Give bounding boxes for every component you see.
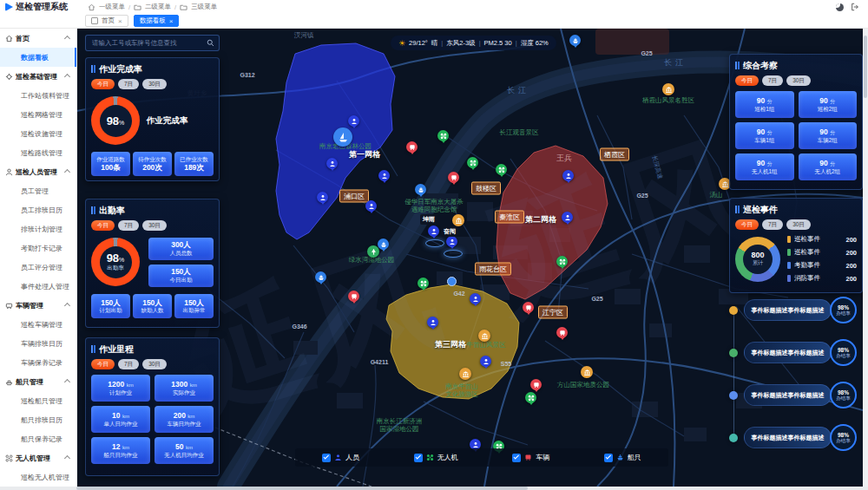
sidebar-item-drone-mgmt[interactable]: 巡检无人机管理 [0,467,76,487]
vertical-scrollbar[interactable] [863,29,868,487]
boat-marker[interactable] [315,271,326,283]
checkbox-checked[interactable] [604,454,613,462]
sidebar-item-dashboard[interactable]: 数据看板 [0,48,76,67]
event-item[interactable]: 事件标题描述事件标题描述 [744,427,832,448]
drone-marker[interactable] [437,130,449,141]
sidebar-item-employee-mgmt[interactable]: 员工管理 [0,181,76,200]
location-dot-marker[interactable] [447,277,457,286]
sidebar-item-route-mgmt[interactable]: 巡检路线管理 [0,143,76,162]
vehicle-marker[interactable] [556,327,568,338]
sidebar-item-facility-mgmt[interactable]: 巡检设施管理 [0,124,76,143]
boat-marker[interactable] [569,35,581,46]
breadcrumb-level2[interactable]: 二级菜单 [145,3,171,11]
drone-marker[interactable] [467,157,478,168]
sidebar-item-attendance-record[interactable]: 考勤打卡记录 [0,238,76,258]
person-marker[interactable] [427,317,438,328]
tab-30days[interactable]: 30日 [142,220,167,231]
vehicle-marker[interactable] [406,141,418,153]
person-marker[interactable] [562,212,573,223]
person-marker[interactable] [480,356,491,367]
boat-marker[interactable] [415,184,426,195]
person-marker[interactable] [365,200,377,212]
search-icon[interactable] [207,39,214,47]
tab-today[interactable]: 今日 [735,219,759,230]
tab-7days[interactable]: 7日 [118,359,139,369]
sidebar-item-vehicle-schedule[interactable]: 车辆排班日历 [0,334,76,353]
layer-toggle-vehicle[interactable]: 车辆 [512,453,549,462]
map-view[interactable]: 延风 延风 第一网格 第二网格 第三网格 浦口区 鼓楼区 栖霞区 秦淮区 雨花台… [76,29,863,487]
breadcrumb-level1[interactable]: 一级菜单 [99,3,125,11]
person-marker[interactable] [470,293,481,304]
theme-toggle-moon-icon[interactable] [836,3,844,11]
sidebar-item-ship-schedule[interactable]: 船只排班日历 [0,410,76,429]
person-marker[interactable] [326,158,338,169]
checkbox-checked[interactable] [414,454,423,462]
tracked-person-marker[interactable] [446,236,457,247]
sidebar-group-home[interactable]: 首页 [0,29,76,48]
sidebar-group-vehicle[interactable]: 车辆管理 [0,296,76,315]
building-marker[interactable] [452,214,464,226]
sidebar-item-event-handler[interactable]: 事件处理人管理 [0,277,76,296]
tab-30days[interactable]: 30日 [142,359,167,369]
sidebar-group-ship[interactable]: 船只管理 [0,372,76,391]
person-marker[interactable] [562,170,574,181]
tracked-person-marker[interactable] [428,225,439,237]
checkbox-checked[interactable] [322,454,331,462]
event-item[interactable]: 事件标题描述事件标题描述 [744,384,832,406]
vehicle-marker[interactable] [448,172,459,183]
sidebar-item-workstation[interactable]: 工作站领料管理 [0,86,76,105]
tab-today[interactable]: 今日 [91,220,115,231]
sidebar-item-employee-score[interactable]: 员工评分管理 [0,258,76,277]
sidebar-item-vehicle-mgmt[interactable]: 巡检车辆管理 [0,315,76,334]
scrollbar-thumb[interactable] [76,487,528,490]
vehicle-marker[interactable] [348,291,359,302]
drone-marker[interactable] [418,278,429,289]
building-marker[interactable] [662,83,674,95]
scrollbar-thumb[interactable] [864,36,867,98]
tab-30days[interactable]: 30日 [786,75,811,86]
tab-today[interactable]: 今日 [91,79,115,89]
boat-marker[interactable] [378,238,389,250]
building-marker[interactable] [581,366,593,378]
horizontal-scrollbar[interactable] [0,487,868,490]
vehicle-marker[interactable] [530,379,542,390]
person-marker[interactable] [348,115,359,127]
layer-toggle-person[interactable]: 人员 [322,453,359,462]
close-icon[interactable]: × [169,17,174,25]
tab-7days[interactable]: 7日 [118,220,139,231]
vehicle-marker[interactable] [523,302,534,313]
person-marker[interactable] [378,170,390,181]
checkbox-checked[interactable] [512,454,521,462]
tab-7days[interactable]: 7日 [118,79,139,89]
sidebar-item-shift-plan[interactable]: 排班计划管理 [0,219,76,238]
tab-dashboard[interactable]: 数据看板 × [134,15,180,27]
tab-7days[interactable]: 7日 [762,75,783,86]
sidebar-item-vehicle-maintenance[interactable]: 车辆保养记录 [0,353,76,372]
building-marker[interactable] [459,368,471,380]
layer-toggle-boat[interactable]: 船只 [604,453,641,462]
boat-station-marker[interactable] [333,127,352,147]
tab-today[interactable]: 今日 [735,75,759,86]
tab-30days[interactable]: 30日 [786,219,811,230]
layer-toggle-drone[interactable]: 无人机 [414,453,458,462]
sidebar-group-base-mgmt[interactable]: 巡检基础管理 [0,67,76,86]
drone-marker[interactable] [556,256,568,267]
tab-30days[interactable]: 30日 [142,79,167,89]
sidebar-item-ship-mgmt[interactable]: 巡检船只管理 [0,391,76,410]
park-marker[interactable] [367,245,379,258]
sidebar-item-employee-schedule[interactable]: 员工排班日历 [0,200,76,219]
person-marker[interactable] [317,192,328,203]
logout-icon[interactable] [851,3,859,11]
tab-today[interactable]: 今日 [91,359,115,369]
close-icon[interactable]: × [118,17,122,25]
sidebar-group-personnel[interactable]: 巡检人员管理 [0,162,76,181]
tab-home[interactable]: 首页 × [85,15,128,27]
search-input[interactable] [90,38,207,48]
drone-marker[interactable] [496,164,507,175]
sidebar-item-ship-maintenance[interactable]: 船只保养记录 [0,429,76,448]
sidebar-group-drone[interactable]: 无人机管理 [0,448,76,467]
tab-7days[interactable]: 7日 [762,219,783,230]
breadcrumb-level3[interactable]: 三级菜单 [191,3,217,11]
event-item[interactable]: 事件标题描述事件标题描述 [744,342,832,363]
sidebar-item-grid-mgmt[interactable]: 巡检网格管理 [0,105,76,124]
